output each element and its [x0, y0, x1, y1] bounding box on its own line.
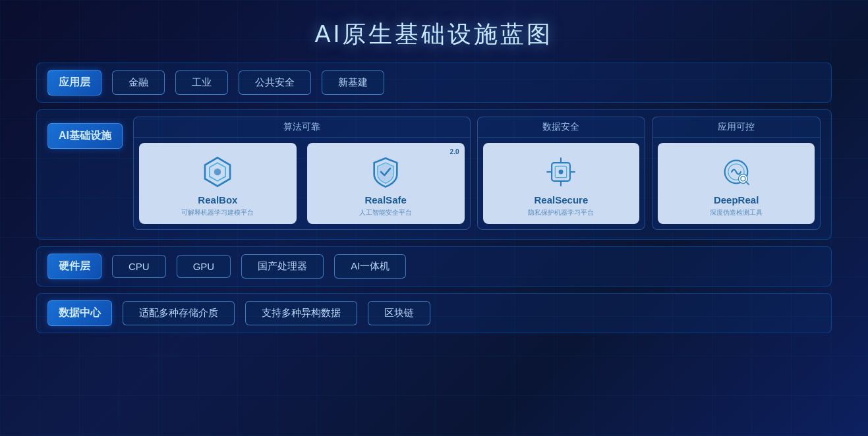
realsecure-icon-area	[541, 152, 581, 192]
ai-infra-header: AI基础设施 算法可靠	[47, 117, 821, 230]
chip-gpu[interactable]: GPU	[177, 255, 231, 278]
page-title: AI原生基础设施蓝图	[0, 0, 868, 63]
section-suanfa: 算法可靠 R	[133, 117, 471, 230]
suanfa-body: RealBox 可解释机器学习建模平台 2.0	[134, 138, 470, 229]
suanfa-section: 算法可靠 R	[133, 117, 471, 230]
hardware-layer-label: 硬件层	[47, 254, 101, 279]
svg-point-2	[214, 169, 221, 175]
data-security-body: RealSecure 隐私保护机器学习平台	[478, 138, 645, 229]
realsecure-sub: 隐私保护机器学习平台	[528, 208, 594, 217]
chip-guochan[interactable]: 国产处理器	[241, 254, 324, 279]
product-realbox[interactable]: RealBox 可解释机器学习建模平台	[139, 143, 297, 224]
realsafe-version: 2.0	[450, 148, 459, 155]
deepreal-icon-area	[716, 152, 756, 192]
app-control-body: DeepReal 深度伪造检测工具	[652, 138, 820, 229]
section-data-security: 数据安全	[477, 117, 646, 230]
data-security-header: 数据安全	[478, 117, 645, 138]
ai-infra-sections: 算法可靠 R	[133, 117, 821, 230]
chip-jirong[interactable]: 金融	[112, 70, 165, 95]
section-app-control: 应用可控	[652, 117, 821, 230]
datacenter-layer-label: 数据中心	[47, 300, 112, 326]
realbox-sub: 可解释机器学习建模平台	[181, 208, 254, 217]
chip-hetero-data[interactable]: 支持多种异构数据	[245, 301, 357, 325]
hardware-layer-row: 硬件层 CPU GPU 国产处理器 AI一体机	[36, 246, 832, 286]
datacenter-layer-row: 数据中心 适配多种存储介质 支持多种异构数据 区块链	[36, 293, 832, 333]
realsafe-name: RealSafe	[364, 194, 406, 205]
app-layer-row: 应用层 金融 工业 公共安全 新基建	[36, 63, 832, 103]
app-layer-label: 应用层	[47, 70, 101, 95]
deepreal-sub: 深度伪造检测工具	[710, 208, 763, 217]
chip-gonggong[interactable]: 公共安全	[239, 70, 311, 95]
realsecure-name: RealSecure	[535, 194, 589, 205]
ai-infra-layer-label: AI基础设施	[47, 123, 123, 149]
chip-ai-all-in-one[interactable]: AI一体机	[334, 254, 406, 279]
realbox-icon-area	[198, 152, 237, 192]
suanfa-header: 算法可靠	[134, 117, 470, 138]
realsafe-icon-area	[366, 152, 405, 192]
svg-point-9	[559, 170, 564, 175]
chip-storage[interactable]: 适配多种存储介质	[123, 301, 235, 325]
realbox-name: RealBox	[198, 194, 237, 205]
main-container: 应用层 金融 工业 公共安全 新基建 AI基础设施 算法可靠	[0, 63, 868, 333]
product-realsafe[interactable]: 2.0 RealSafe 人工智能安全平台	[307, 143, 465, 224]
deepreal-name: DeepReal	[714, 194, 759, 205]
data-security-section: 数据安全	[477, 117, 646, 230]
app-control-section: 应用可控	[652, 117, 821, 230]
chip-xinjijian[interactable]: 新基建	[322, 70, 384, 95]
app-control-header: 应用可控	[652, 117, 820, 138]
chip-gongye[interactable]: 工业	[175, 70, 228, 95]
ai-infra-layer-row: AI基础设施 算法可靠	[36, 109, 832, 240]
realsafe-sub: 人工智能安全平台	[359, 208, 412, 217]
chip-blockchain[interactable]: 区块链	[368, 301, 430, 325]
product-deepreal[interactable]: DeepReal 深度伪造检测工具	[658, 143, 815, 224]
chip-cpu[interactable]: CPU	[112, 255, 166, 278]
svg-line-14	[746, 182, 749, 184]
product-realsecure[interactable]: RealSecure 隐私保护机器学习平台	[483, 143, 640, 224]
